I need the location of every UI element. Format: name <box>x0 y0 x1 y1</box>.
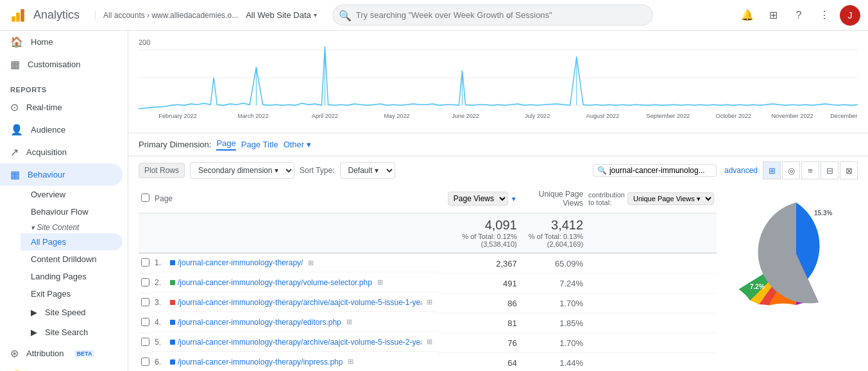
page-url-link[interactable]: /journal-cancer-immunology-therapy/edito… <box>178 318 341 327</box>
dimension-page-title-link[interactable]: Page Title <box>241 140 278 149</box>
select-all-checkbox[interactable] <box>141 194 149 202</box>
view-cols-button[interactable]: ⊠ <box>840 161 858 179</box>
row-number: 2. <box>155 278 167 287</box>
svg-rect-3 <box>21 9 24 22</box>
view-list-button[interactable]: ≡ <box>801 161 819 179</box>
sidebar-item-content-drilldown[interactable]: Content Drilldown <box>21 251 123 268</box>
dimension-other-link[interactable]: Other ▾ <box>284 140 311 149</box>
svg-text:March 2022: March 2022 <box>237 112 268 119</box>
export-icon[interactable]: ⊞ <box>348 358 353 366</box>
main-layout: 🏠 Home ▦ Customisation REPORTS ⊙ Real-ti… <box>0 31 868 371</box>
content-container: 200 February 2022 March 2022 <box>128 31 868 371</box>
th-contribution: contribution to total: Unique Page Views… <box>586 185 717 213</box>
table-row: 2. /journal-cancer-immunology-therapy/vo… <box>139 274 717 293</box>
page-url-link[interactable]: /journal-cancer-immunology-therapy/archi… <box>178 298 421 307</box>
contrib-select[interactable]: Unique Page Views ▾ <box>627 192 714 205</box>
primary-dimension-label: Primary Dimension: <box>139 140 211 149</box>
search-input[interactable] <box>332 4 653 26</box>
page-views-cell: 76 <box>438 333 520 353</box>
page-url-link[interactable]: /journal-cancer-immunology-therapy/volum… <box>178 278 372 287</box>
expand-arrow-search: ▶ <box>31 327 37 337</box>
notifications-icon[interactable]: 🔔 <box>737 5 758 26</box>
export-icon[interactable]: ⊞ <box>377 278 383 286</box>
secondary-dimension-select[interactable]: Secondary dimension ▾ <box>190 162 294 179</box>
page-views-select[interactable]: Page Views <box>448 192 508 206</box>
row-checkbox[interactable] <box>141 318 149 326</box>
apps-icon[interactable]: ⊞ <box>763 5 783 26</box>
view-rows-button[interactable]: ⊟ <box>821 161 838 179</box>
sidebar-item-site-search[interactable]: ▶Site Search <box>21 322 128 342</box>
upv-pct-cell: 1.70% <box>520 293 586 313</box>
page-views-cell: 86 <box>438 293 520 313</box>
sidebar-item-realtime[interactable]: ⊙ Real-time <box>0 96 123 119</box>
row-checkbox[interactable] <box>141 278 149 286</box>
sidebar-item-behaviour-flow[interactable]: Behaviour Flow <box>21 203 123 220</box>
top-right-icons: 🔔 ⊞ ? ⋮ J <box>737 5 860 26</box>
page-url-link[interactable]: /journal-cancer-immunology-therapy/archi… <box>178 338 421 347</box>
search-bar: 🔍 <box>332 4 653 26</box>
sidebar-item-audience[interactable]: 👤 Audience <box>0 119 123 141</box>
row-checkbox[interactable] <box>141 258 149 267</box>
row-checkbox[interactable] <box>141 338 149 346</box>
svg-text:February 2022: February 2022 <box>158 112 197 119</box>
search-filter: 🔍 <box>593 164 717 177</box>
view-pie-button[interactable]: ◎ <box>782 161 800 179</box>
dimension-page-link[interactable]: Page <box>216 138 235 151</box>
top-bar: Analytics All accounts › www.alliedacade… <box>0 0 868 31</box>
filter-search-icon: 🔍 <box>597 166 607 175</box>
avatar[interactable]: J <box>840 5 860 26</box>
sidebar-item-landing-pages[interactable]: Landing Pages <box>21 268 123 285</box>
attribution-icon: ⊛ <box>10 347 19 359</box>
sidebar-item-behaviour[interactable]: ▦ Behaviour <box>0 163 123 186</box>
svg-rect-2 <box>16 12 20 21</box>
sort-arrow-icon[interactable]: ▼ <box>511 195 517 202</box>
summary-row: 4,091 % of Total: 0.12% (3,538,410) 3,41… <box>139 213 717 254</box>
svg-text:15.3%: 15.3% <box>814 210 832 217</box>
view-grid-button[interactable]: ⊞ <box>763 161 781 179</box>
main-content: 200 February 2022 March 2022 <box>128 31 868 371</box>
th-unique-page-views: Unique Page Views <box>520 185 586 213</box>
realtime-icon: ⊙ <box>10 101 19 113</box>
sort-type-label: Sort Type: <box>300 166 334 175</box>
pie-chart: 65.1% 7.2% 15.3% <box>732 190 860 318</box>
app-title: Analytics <box>33 8 80 22</box>
sidebar-item-home[interactable]: 🏠 Home <box>0 31 123 53</box>
more-vert-icon[interactable]: ⋮ <box>814 5 835 26</box>
th-page-views: Page Views ▼ <box>438 185 520 213</box>
sidebar-item-acquisition[interactable]: ↗ Acquisition <box>0 141 123 163</box>
plot-rows-button[interactable]: Plot Rows <box>139 163 185 178</box>
export-icon[interactable]: ⊞ <box>346 318 352 326</box>
home-icon: 🏠 <box>10 36 23 48</box>
sidebar-item-attribution[interactable]: ⊛ Attribution BETA <box>0 342 123 365</box>
sidebar-item-customisation[interactable]: ▦ Customisation <box>0 53 123 76</box>
th-checkbox <box>139 185 152 213</box>
sidebar-item-discover[interactable]: 💡 Discover <box>0 365 123 371</box>
page-url-link[interactable]: /journal-cancer-immunology-therapy/inpre… <box>178 358 343 367</box>
row-checkbox[interactable] <box>141 298 149 306</box>
acquisition-icon: ↗ <box>10 146 19 158</box>
export-icon[interactable]: ⊞ <box>427 298 432 306</box>
sort-type-select[interactable]: Default ▾ <box>340 162 395 179</box>
page-url-link[interactable]: /journal-cancer-immunology-therapy/ <box>178 258 303 267</box>
property-selector[interactable]: All Web Site Data ▾ <box>246 10 317 20</box>
row-number: 5. <box>155 338 167 347</box>
page-color-dot <box>170 280 175 285</box>
sidebar-item-all-pages[interactable]: All Pages <box>21 233 123 251</box>
logo <box>8 5 28 26</box>
page-color-dot <box>170 320 175 325</box>
upv-pct-cell: 1.70% <box>520 333 586 353</box>
svg-text:June 2022: June 2022 <box>452 112 479 119</box>
upv-pct-cell: 7.24% <box>520 274 586 293</box>
row-number: 3. <box>155 298 167 307</box>
export-icon[interactable]: ⊞ <box>308 259 314 267</box>
svg-text:July 2022: July 2022 <box>525 112 550 119</box>
export-icon[interactable]: ⊞ <box>427 338 432 346</box>
help-icon[interactable]: ? <box>788 5 809 26</box>
row-checkbox[interactable] <box>141 358 149 366</box>
advanced-link[interactable]: advanced <box>724 166 758 175</box>
sidebar-item-site-speed[interactable]: ▶Site Speed <box>21 302 128 322</box>
sidebar-item-exit-pages[interactable]: Exit Pages <box>21 285 123 302</box>
property-dropdown-arrow: ▾ <box>314 12 317 19</box>
sidebar-item-overview[interactable]: Overview <box>21 186 123 203</box>
filter-input[interactable] <box>609 166 712 175</box>
